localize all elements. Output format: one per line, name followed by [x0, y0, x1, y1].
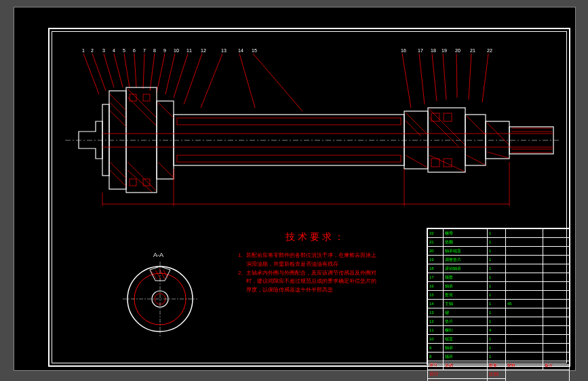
parts-cell	[506, 256, 543, 264]
svg-line-54	[467, 116, 485, 134]
svg-line-43	[158, 162, 174, 178]
parts-cell	[543, 317, 570, 326]
parts-cell	[543, 308, 570, 317]
parts-cell: 螺钉	[444, 326, 488, 335]
svg-rect-62	[431, 113, 439, 121]
parts-cell: 9	[428, 344, 444, 353]
parts-cell	[543, 291, 570, 300]
parts-cell: 1	[488, 317, 506, 326]
parts-cell: 13	[428, 308, 444, 317]
section-label: A-A	[153, 252, 163, 258]
part-num: 18	[431, 48, 436, 53]
parts-cell	[543, 238, 570, 247]
parts-cell	[506, 273, 543, 282]
tech-line: 2、主轴承内外圈与外圈配合，及应该调节传感器及外圈对	[238, 269, 414, 278]
svg-line-6	[134, 54, 136, 87]
parts-list-table: 22螺母121垫圈120轴承端盖119调整垫片118滚动轴承117隔套116轴承…	[427, 228, 570, 381]
svg-rect-30	[465, 115, 486, 165]
parts-cell	[506, 282, 543, 291]
parts-cell	[506, 264, 543, 273]
parts-cell	[543, 273, 570, 282]
parts-cell: 10	[428, 335, 444, 344]
parts-cell	[506, 247, 543, 256]
part-num: 15	[252, 48, 257, 53]
parts-cell: 1	[488, 353, 506, 361]
parts-cell	[506, 229, 543, 238]
parts-list-row: 15套筒1	[428, 291, 570, 300]
svg-line-13	[201, 54, 222, 108]
parts-cell	[543, 300, 570, 308]
svg-line-48	[406, 113, 427, 134]
svg-line-15	[253, 54, 302, 111]
parts-list-row: 20轴承端盖1	[428, 247, 570, 256]
parts-cell: 轴承	[444, 344, 488, 353]
parts-cell	[506, 344, 543, 353]
svg-line-19	[443, 54, 446, 100]
svg-line-49	[406, 121, 421, 136]
svg-line-35	[110, 111, 126, 127]
svg-rect-23	[102, 104, 109, 176]
parts-list-row: 9轴承1	[428, 344, 570, 353]
parts-list-row: 10端盖1	[428, 335, 570, 344]
parts-cell: 套筒	[444, 291, 488, 300]
parts-header-row: 序号 名称 数量 材料 备注	[428, 361, 570, 370]
part-num: 11	[187, 48, 192, 53]
parts-cell: 滚动轴承	[444, 264, 488, 273]
parts-cell: 1	[488, 300, 506, 308]
section-view-aa	[123, 262, 197, 336]
svg-rect-46	[177, 118, 401, 125]
parts-list-row: 13键1	[428, 308, 570, 317]
tech-requirements-body: 1、装配前应将零部件的各部位清洗干净，在摩擦表面涂上 润滑油脂，并重新检查是否油…	[238, 252, 414, 295]
parts-list-row: 14主轴145	[428, 300, 570, 308]
part-num: 9	[163, 48, 166, 53]
parts-cell: 1	[488, 291, 506, 300]
svg-line-51	[429, 109, 465, 144]
parts-cell	[506, 326, 543, 335]
svg-rect-24	[109, 91, 126, 189]
part-num: 16	[401, 48, 406, 53]
main-shaft-drawing	[65, 54, 560, 209]
parts-cell	[506, 353, 543, 361]
svg-rect-68	[143, 94, 150, 101]
drawing-name: 车削轴构	[506, 370, 570, 382]
svg-rect-25	[126, 87, 157, 193]
tech-requirements-title: 技术要求：	[286, 231, 347, 243]
parts-cell: 16	[428, 282, 444, 291]
svg-rect-64	[444, 113, 452, 121]
svg-rect-63	[431, 159, 439, 167]
svg-line-50	[406, 155, 427, 167]
part-num: 1	[82, 48, 85, 53]
col-qty: 数量	[488, 361, 506, 370]
parts-cell: 1	[488, 264, 506, 273]
part-num: 17	[418, 48, 423, 53]
parts-list-row: 21垫圈1	[428, 238, 570, 247]
parts-cell	[506, 291, 543, 300]
cad-canvas: 1 2 3 4 5 6 7 8 9 10 11 12 13 14 15 16 1…	[14, 7, 576, 371]
parts-cell	[543, 326, 570, 335]
parts-cell: 1	[488, 308, 506, 317]
parts-cell: 12	[428, 317, 444, 326]
parts-cell: 14	[428, 300, 444, 308]
parts-list-row: 19调整垫片1	[428, 256, 570, 264]
col-no: 序号	[428, 361, 444, 370]
col-name: 名称	[444, 361, 488, 370]
svg-line-53	[429, 155, 465, 172]
part-num: 21	[470, 48, 475, 53]
svg-rect-29	[428, 108, 465, 172]
svg-line-17	[419, 54, 425, 104]
parts-cell	[543, 335, 570, 344]
svg-line-8	[150, 54, 155, 91]
parts-list-row: 11螺钉4	[428, 326, 570, 335]
part-num: 12	[201, 48, 206, 53]
parts-cell	[543, 256, 570, 264]
parts-cell: 端盖	[444, 335, 488, 344]
col-mat: 材料	[506, 361, 543, 370]
parts-cell	[543, 264, 570, 273]
svg-line-2	[92, 54, 106, 91]
parts-cell: 1	[488, 247, 506, 256]
parts-cell: 21	[428, 238, 444, 247]
svg-line-12	[184, 54, 202, 104]
parts-cell: 20	[428, 247, 444, 256]
part-num: 22	[487, 48, 492, 53]
parts-cell: 隔套	[444, 273, 488, 282]
